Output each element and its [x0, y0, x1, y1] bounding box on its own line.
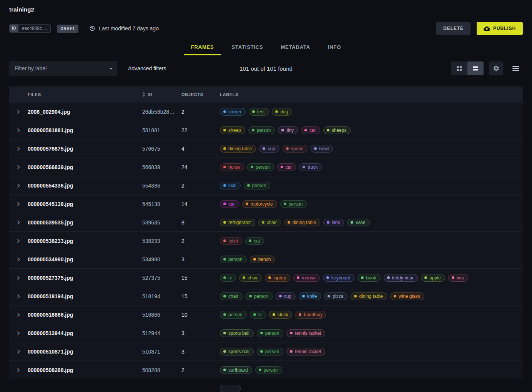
file-name: 000000516866.jpg [28, 312, 142, 318]
label-color-dot [253, 313, 256, 316]
label-text: tennis racket [295, 349, 321, 354]
row-expand-chevron-icon[interactable] [9, 276, 28, 280]
column-id[interactable]: ID [142, 92, 181, 97]
publish-button[interactable]: PUBLISH [477, 22, 523, 35]
table-row[interactable]: 000000554336.jpg5543362skisperson [9, 176, 523, 195]
tab-statistics[interactable]: STATISTICS [225, 39, 270, 55]
row-expand-chevron-icon[interactable] [9, 239, 28, 243]
delete-button[interactable]: DELETE [436, 22, 470, 35]
label-color-dot [252, 129, 254, 131]
partial-next-row-chip [220, 385, 241, 392]
label-color-dot [268, 276, 271, 279]
results-count: 101 out of 101 found [239, 65, 293, 72]
label-color-dot [299, 313, 301, 316]
label-color-dot [387, 276, 390, 279]
label-chip: truck [299, 163, 322, 171]
table-row[interactable]: 000000508288.jpg5082882surfboardperson [9, 361, 523, 379]
label-filter-select[interactable]: Filter by label [9, 61, 117, 76]
label-chip: person [247, 163, 274, 171]
row-expand-chevron-icon[interactable] [9, 257, 28, 262]
view-toggle [451, 61, 484, 75]
table-row[interactable]: 000000545138.jpg54513814carmotorcycleper… [9, 195, 523, 213]
label-chips: chairpersoncupknifepizzadining tablewine… [220, 292, 523, 300]
menu-button[interactable] [509, 61, 523, 75]
row-expand-chevron-icon[interactable] [9, 294, 28, 299]
label-color-dot [303, 166, 305, 168]
row-expand-chevron-icon[interactable] [9, 202, 28, 206]
advanced-filters-link[interactable]: Advanced filters [128, 65, 166, 71]
row-expand-chevron-icon[interactable] [9, 146, 28, 151]
tab-info[interactable]: INFO [321, 39, 348, 55]
label-text: spoon [291, 146, 304, 151]
label-text: tv [258, 312, 262, 317]
row-expand-chevron-icon[interactable] [9, 165, 28, 169]
row-expand-chevron-icon[interactable] [9, 312, 28, 317]
label-chip: mouse [293, 274, 320, 282]
last-modified: Last modified 7 days ago [89, 25, 159, 32]
label-color-dot [246, 203, 248, 205]
label-chips: tvchairlaptopmousekeyboardbookteddy bear… [220, 274, 523, 282]
label-text: truck [308, 164, 318, 170]
label-color-dot [326, 276, 329, 279]
table-row[interactable]: 2008_002904.jpg26db58b28…2cornertestdog [9, 103, 523, 121]
object-count: 2 [181, 109, 220, 115]
label-text: motorcycle [251, 201, 273, 207]
label-color-dot [281, 129, 284, 131]
label-text: car [228, 201, 235, 207]
row-expand-chevron-icon[interactable] [9, 368, 28, 372]
file-id: 545138 [142, 201, 181, 207]
status-badge: DRAFT [57, 25, 78, 33]
grid-view-button[interactable] [451, 61, 467, 75]
table-row[interactable]: 000000538233.jpg5382332toiletcat [9, 232, 523, 250]
label-color-dot [253, 258, 256, 261]
dataset-id-value: eec4808c ... [18, 26, 50, 31]
publish-label: PUBLISH [493, 26, 516, 31]
label-color-dot [252, 110, 255, 113]
row-expand-chevron-icon[interactable] [9, 220, 28, 225]
tab-frames[interactable]: FRAMES [184, 39, 221, 55]
table-row[interactable]: 000000566839.jpg56683924horsepersoncartr… [9, 158, 523, 176]
row-expand-chevron-icon[interactable] [9, 349, 28, 354]
table-row[interactable]: 000000581881.jpg58188122sheeppersontinyc… [9, 121, 523, 140]
row-expand-chevron-icon[interactable] [9, 110, 28, 114]
label-text: surfboard [228, 367, 248, 373]
label-chip: surfboard [220, 366, 252, 374]
label-chip: dining table [351, 292, 387, 300]
label-chip: tennis racket [286, 348, 325, 355]
table-row[interactable]: 000000516866.jpg51686610persontvclockhan… [9, 306, 523, 324]
row-expand-chevron-icon[interactable] [9, 128, 28, 133]
table-row[interactable]: 000000527375.jpg52737515tvchairlaptopmou… [9, 269, 523, 287]
list-view-button[interactable] [467, 61, 484, 75]
chevron-down-icon [110, 68, 113, 71]
file-id: 581881 [142, 127, 181, 133]
row-expand-chevron-icon[interactable] [9, 331, 28, 336]
label-chip: sheep [220, 126, 245, 134]
label-chip: person [220, 256, 247, 263]
settings-button[interactable] [489, 61, 503, 75]
object-count: 14 [181, 201, 220, 207]
table-row[interactable]: 000000510871.jpg5108713sports ballperson… [9, 342, 523, 361]
table-header: FILES ID OBJECTS LABELS [9, 86, 523, 103]
tab-metadata[interactable]: METADATA [274, 39, 317, 55]
row-expand-chevron-icon[interactable] [9, 183, 28, 188]
table-row[interactable]: 000000534980.jpg5349803personbench [9, 250, 523, 269]
table-row[interactable]: 000000512944.jpg5129443sports ballperson… [9, 324, 523, 342]
label-text: bowl [319, 146, 329, 151]
label-chip: cat [245, 237, 264, 245]
label-text: person [254, 294, 268, 299]
label-chip: car [301, 126, 320, 134]
file-id: 566839 [142, 164, 181, 170]
label-text: wine glass [399, 294, 420, 299]
label-color-dot [260, 332, 263, 334]
table-row[interactable]: 000000576675.jpg5766754dining tablecupsp… [9, 140, 523, 158]
sort-icon[interactable] [142, 92, 145, 97]
table-row[interactable]: 000000518194.jpg51819415chairpersoncupkn… [9, 287, 523, 306]
object-count: 2 [181, 238, 220, 244]
label-chip: person [257, 329, 284, 337]
table-row[interactable]: 000000539535.jpg5395358refrigeratorchair… [9, 213, 523, 232]
label-chip: sheeps [323, 126, 351, 134]
label-color-dot [223, 203, 226, 205]
object-count: 10 [181, 312, 220, 318]
label-text: tv [228, 275, 232, 281]
label-color-dot [361, 276, 364, 279]
